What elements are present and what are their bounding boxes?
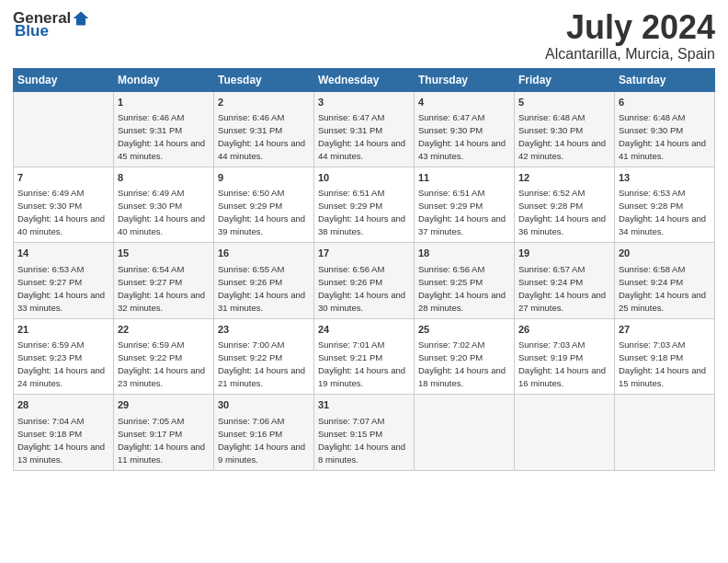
day-number: 5 — [518, 96, 610, 109]
day-info: Sunrise: 6:53 AMSunset: 9:27 PMDaylight:… — [17, 264, 105, 313]
table-row: 17 Sunrise: 6:56 AMSunset: 9:26 PMDaylig… — [314, 243, 415, 318]
day-info: Sunrise: 6:46 AMSunset: 9:31 PMDaylight:… — [218, 112, 305, 161]
table-row: 25 Sunrise: 7:02 AMSunset: 9:20 PMDaylig… — [415, 318, 515, 394]
day-number: 30 — [218, 398, 310, 412]
day-info: Sunrise: 6:54 AMSunset: 9:27 PMDaylight:… — [118, 264, 205, 313]
day-number: 6 — [619, 96, 711, 109]
calendar-header-row: Sunday Monday Tuesday Wednesday Thursday… — [14, 68, 715, 91]
day-number: 27 — [619, 323, 711, 337]
day-number: 1 — [118, 96, 210, 109]
logo-blue-text: Blue — [15, 22, 49, 40]
day-info: Sunrise: 6:52 AMSunset: 9:28 PMDaylight:… — [518, 188, 606, 236]
day-number: 20 — [619, 247, 711, 260]
col-thursday: Thursday — [415, 68, 515, 91]
day-info: Sunrise: 7:03 AMSunset: 9:19 PMDaylight:… — [518, 339, 606, 388]
table-row: 22 Sunrise: 6:59 AMSunset: 9:22 PMDaylig… — [114, 318, 214, 394]
table-row: 18 Sunrise: 6:56 AMSunset: 9:25 PMDaylig… — [415, 243, 515, 318]
svg-marker-0 — [74, 12, 89, 26]
day-number: 24 — [318, 323, 410, 337]
table-row: 13 Sunrise: 6:53 AMSunset: 9:28 PMDaylig… — [615, 167, 715, 242]
day-number: 4 — [418, 96, 510, 109]
day-info: Sunrise: 6:47 AMSunset: 9:30 PMDaylight:… — [418, 112, 506, 161]
day-info: Sunrise: 6:46 AMSunset: 9:31 PMDaylight:… — [118, 112, 205, 161]
day-number: 11 — [418, 171, 510, 185]
day-number: 7 — [17, 171, 109, 185]
table-row: 2 Sunrise: 6:46 AMSunset: 9:31 PMDayligh… — [214, 91, 314, 167]
table-row: 24 Sunrise: 7:01 AMSunset: 9:21 PMDaylig… — [314, 318, 415, 394]
day-number: 25 — [418, 323, 510, 337]
day-info: Sunrise: 7:00 AMSunset: 9:22 PMDaylight:… — [218, 339, 305, 388]
day-info: Sunrise: 6:59 AMSunset: 9:22 PMDaylight:… — [118, 339, 205, 388]
logo-icon — [72, 9, 90, 28]
calendar-week-row: 1 Sunrise: 6:46 AMSunset: 9:31 PMDayligh… — [14, 91, 715, 167]
calendar-week-row: 7 Sunrise: 6:49 AMSunset: 9:30 PMDayligh… — [14, 167, 715, 242]
table-row: 31 Sunrise: 7:07 AMSunset: 9:15 PMDaylig… — [314, 395, 415, 470]
day-number: 3 — [318, 96, 410, 109]
day-number: 31 — [318, 398, 410, 412]
table-row: 11 Sunrise: 6:51 AMSunset: 9:29 PMDaylig… — [415, 167, 515, 242]
table-row: 14 Sunrise: 6:53 AMSunset: 9:27 PMDaylig… — [14, 243, 114, 318]
table-row: 10 Sunrise: 6:51 AMSunset: 9:29 PMDaylig… — [314, 167, 415, 242]
day-info: Sunrise: 6:49 AMSunset: 9:30 PMDaylight:… — [17, 188, 105, 236]
header: General Blue July 2024 Alcantarilla, Mur… — [13, 9, 715, 63]
day-number: 22 — [118, 323, 210, 337]
day-info: Sunrise: 7:07 AMSunset: 9:15 PMDaylight:… — [318, 416, 405, 465]
calendar-week-row: 28 Sunrise: 7:04 AMSunset: 9:18 PMDaylig… — [14, 395, 715, 470]
day-number: 14 — [17, 247, 109, 260]
day-number: 16 — [218, 247, 310, 260]
day-number: 18 — [418, 247, 510, 260]
day-info: Sunrise: 7:06 AMSunset: 9:16 PMDaylight:… — [218, 416, 305, 465]
logo: General Blue — [13, 9, 90, 40]
calendar-table: Sunday Monday Tuesday Wednesday Thursday… — [13, 68, 715, 471]
table-row: 26 Sunrise: 7:03 AMSunset: 9:19 PMDaylig… — [515, 318, 615, 394]
table-row: 15 Sunrise: 6:54 AMSunset: 9:27 PMDaylig… — [114, 243, 214, 318]
day-number: 12 — [518, 171, 610, 185]
day-number: 8 — [118, 171, 210, 185]
col-tuesday: Tuesday — [214, 68, 314, 91]
table-row: 19 Sunrise: 6:57 AMSunset: 9:24 PMDaylig… — [515, 243, 615, 318]
day-number: 17 — [318, 247, 410, 260]
col-sunday: Sunday — [14, 68, 114, 91]
day-info: Sunrise: 6:47 AMSunset: 9:31 PMDaylight:… — [318, 112, 405, 161]
table-row — [14, 91, 114, 167]
subtitle: Alcantarilla, Murcia, Spain — [545, 46, 715, 63]
table-row — [515, 395, 615, 470]
day-number: 26 — [518, 323, 610, 337]
day-info: Sunrise: 7:03 AMSunset: 9:18 PMDaylight:… — [619, 339, 706, 388]
col-friday: Friday — [515, 68, 615, 91]
col-monday: Monday — [114, 68, 214, 91]
table-row: 21 Sunrise: 6:59 AMSunset: 9:23 PMDaylig… — [14, 318, 114, 394]
day-number: 21 — [17, 323, 109, 337]
table-row — [615, 395, 715, 470]
title-block: July 2024 Alcantarilla, Murcia, Spain — [545, 9, 715, 63]
day-info: Sunrise: 6:51 AMSunset: 9:29 PMDaylight:… — [418, 188, 506, 236]
day-info: Sunrise: 7:05 AMSunset: 9:17 PMDaylight:… — [118, 416, 205, 465]
day-number: 13 — [619, 171, 711, 185]
day-number: 10 — [318, 171, 410, 185]
main-title: July 2024 — [545, 9, 715, 46]
day-info: Sunrise: 6:48 AMSunset: 9:30 PMDaylight:… — [619, 112, 706, 161]
table-row: 7 Sunrise: 6:49 AMSunset: 9:30 PMDayligh… — [14, 167, 114, 242]
day-number: 23 — [218, 323, 310, 337]
day-info: Sunrise: 6:56 AMSunset: 9:26 PMDaylight:… — [318, 264, 405, 313]
table-row: 28 Sunrise: 7:04 AMSunset: 9:18 PMDaylig… — [14, 395, 114, 470]
day-number: 28 — [17, 398, 109, 412]
day-info: Sunrise: 6:48 AMSunset: 9:30 PMDaylight:… — [518, 112, 606, 161]
day-number: 19 — [518, 247, 610, 260]
calendar-week-row: 21 Sunrise: 6:59 AMSunset: 9:23 PMDaylig… — [14, 318, 715, 394]
col-saturday: Saturday — [615, 68, 715, 91]
table-row: 16 Sunrise: 6:55 AMSunset: 9:26 PMDaylig… — [214, 243, 314, 318]
day-info: Sunrise: 6:59 AMSunset: 9:23 PMDaylight:… — [17, 339, 105, 388]
col-wednesday: Wednesday — [314, 68, 415, 91]
table-row: 20 Sunrise: 6:58 AMSunset: 9:24 PMDaylig… — [615, 243, 715, 318]
table-row: 23 Sunrise: 7:00 AMSunset: 9:22 PMDaylig… — [214, 318, 314, 394]
table-row — [415, 395, 515, 470]
table-row: 4 Sunrise: 6:47 AMSunset: 9:30 PMDayligh… — [415, 91, 515, 167]
table-row: 29 Sunrise: 7:05 AMSunset: 9:17 PMDaylig… — [114, 395, 214, 470]
table-row: 9 Sunrise: 6:50 AMSunset: 9:29 PMDayligh… — [214, 167, 314, 242]
table-row: 6 Sunrise: 6:48 AMSunset: 9:30 PMDayligh… — [615, 91, 715, 167]
day-info: Sunrise: 7:02 AMSunset: 9:20 PMDaylight:… — [418, 339, 506, 388]
table-row: 27 Sunrise: 7:03 AMSunset: 9:18 PMDaylig… — [615, 318, 715, 394]
day-info: Sunrise: 7:01 AMSunset: 9:21 PMDaylight:… — [318, 339, 405, 388]
table-row: 12 Sunrise: 6:52 AMSunset: 9:28 PMDaylig… — [515, 167, 615, 242]
